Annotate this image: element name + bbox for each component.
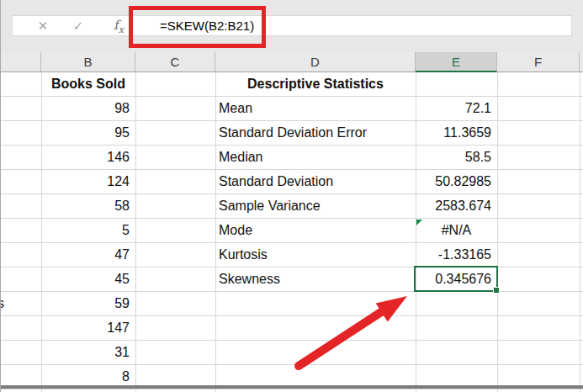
row-1: Books Sold Descriptive Statistics (1, 72, 583, 97)
cell-b5[interactable]: 124 (41, 170, 135, 193)
cell-e2[interactable]: 72.1 (416, 97, 497, 120)
cell-b3[interactable]: 95 (41, 121, 135, 145)
column-header-e-selected[interactable]: E (416, 52, 497, 72)
cell-d7[interactable]: Mode (215, 219, 416, 242)
fx-x: x (119, 24, 124, 35)
cell-b12[interactable]: 31 (41, 341, 135, 364)
cell-d1[interactable]: Descriptive Statistics (215, 72, 416, 96)
cell-e7-error[interactable]: #N/A (416, 219, 497, 242)
error-indicator-triangle[interactable] (416, 220, 422, 225)
cell-e3[interactable]: 11.3659 (416, 121, 497, 145)
column-header-c[interactable]: C (135, 52, 215, 72)
spreadsheet: B C D E F Books Sold Descriptive Statist… (1, 52, 583, 392)
cancel-icon[interactable]: ✕ (33, 16, 53, 35)
column-header-g-sliver (580, 52, 583, 72)
cell-b8[interactable]: 47 (41, 243, 135, 267)
formula-bar: ✕ ✓ fx =SKEW(B2:B21) (12, 15, 572, 36)
cell-d2[interactable]: Mean (215, 97, 416, 120)
cell-d8[interactable]: Kurtosis (215, 243, 416, 267)
fill-handle[interactable] (493, 287, 500, 294)
cell-b10[interactable]: 59 (41, 292, 135, 315)
red-highlight-rectangle (129, 6, 266, 48)
row-8: 47 Kurtosis -1.33165 (1, 243, 583, 268)
cell-d9[interactable]: Skewness (215, 268, 416, 291)
row-11: 147 (1, 316, 583, 341)
cell-b1[interactable]: Books Sold (41, 72, 135, 96)
active-cell-border (414, 266, 498, 292)
window-bottom-edge (1, 385, 583, 389)
cell-b2[interactable]: 98 (41, 97, 135, 120)
row-10: s 59 (1, 292, 583, 316)
cell-e8[interactable]: -1.33165 (416, 243, 497, 267)
row-4: 146 Median 58.5 (1, 146, 583, 170)
formula-bar-region: ✕ ✓ fx =SKEW(B2:B21) (1, 0, 583, 52)
cell-b6[interactable]: 58 (41, 194, 135, 218)
column-header-f[interactable]: F (497, 52, 580, 72)
row-12: 31 (1, 341, 583, 365)
confirm-icon[interactable]: ✓ (68, 16, 88, 35)
row-6: 58 Sample Variance 2583.674 (1, 194, 583, 219)
cell-grid: Books Sold Descriptive Statistics 98 Mea… (1, 72, 583, 392)
column-header-d[interactable]: D (215, 52, 416, 72)
column-header-row: B C D E F (1, 52, 583, 72)
cell-e5[interactable]: 50.82985 (416, 170, 497, 193)
cell-e4[interactable]: 58.5 (416, 146, 497, 169)
row-5: 124 Standard Deviation 50.82985 (1, 170, 583, 194)
cell-d3[interactable]: Standard Deviation Error (215, 121, 416, 145)
cell-b4[interactable]: 146 (41, 146, 135, 169)
excel-window: ✕ ✓ fx =SKEW(B2:B21) B C D E F Bo (0, 0, 583, 392)
column-header-a-partial[interactable] (1, 52, 41, 72)
cell-b7[interactable]: 5 (41, 219, 135, 242)
cell-d4[interactable]: Median (215, 146, 416, 169)
column-header-b[interactable]: B (41, 52, 135, 72)
cell-a10-partial[interactable]: s (1, 292, 38, 315)
cell-d5[interactable]: Standard Deviation (215, 170, 416, 193)
cell-d6[interactable]: Sample Variance (215, 194, 416, 218)
insert-function-icon[interactable]: fx (106, 16, 131, 35)
cell-b9[interactable]: 45 (41, 268, 135, 291)
row-2: 98 Mean 72.1 (1, 97, 583, 121)
row-3: 95 Standard Deviation Error 11.3659 (1, 121, 583, 146)
row-7: 5 Mode #N/A (1, 219, 583, 243)
cell-e6[interactable]: 2583.674 (416, 194, 497, 218)
cell-b11[interactable]: 147 (41, 316, 135, 340)
